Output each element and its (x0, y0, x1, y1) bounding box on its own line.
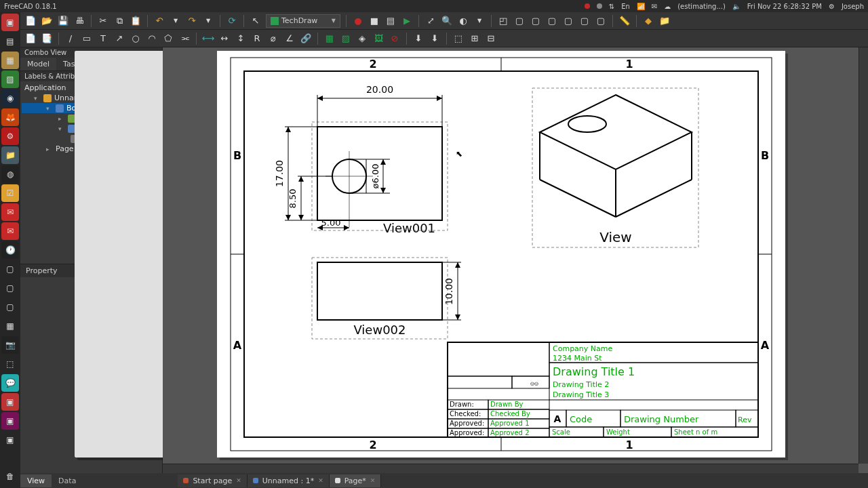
part-icon[interactable]: ◆ (642, 15, 654, 27)
view-right-icon[interactable]: ▢ (546, 15, 558, 27)
zoom-fit-icon[interactable]: ⤢ (425, 15, 437, 27)
macro-stop-icon[interactable]: ■ (368, 15, 380, 27)
view-bottom-icon[interactable]: ▢ (578, 15, 591, 27)
launcher-cam-icon[interactable]: 📷 (1, 336, 19, 354)
refresh-icon[interactable]: ⟳ (226, 15, 238, 27)
launcher-app4-icon[interactable]: ▢ (1, 298, 19, 316)
line-tool-icon[interactable]: / (64, 33, 77, 45)
launcher-firefox-icon[interactable]: 🦊 (1, 108, 19, 126)
launcher-calc-icon[interactable]: ▦ (1, 52, 19, 69)
launcher-chat-icon[interactable]: 💬 (1, 374, 19, 392)
user-name[interactable]: Joseph (842, 3, 864, 10)
poly-tool-icon[interactable]: ⬠ (162, 33, 174, 45)
launcher-steam-icon[interactable]: ◉ (1, 89, 19, 107)
group-icon[interactable]: 📁 (658, 15, 671, 27)
launcher-impress-icon[interactable]: ▧ (1, 70, 19, 88)
view-left-icon[interactable]: ▢ (595, 15, 607, 27)
newpage-icon[interactable]: 📄 (24, 33, 37, 45)
view-top-icon[interactable]: ▢ (530, 15, 542, 27)
mail-icon[interactable]: ✉ (652, 3, 657, 10)
open-icon[interactable]: 📂 (41, 15, 53, 27)
close-icon[interactable]: ✕ (370, 477, 376, 484)
techdraw-page[interactable]: 2 1 2 1 B B A A (217, 51, 785, 458)
dim-h-icon[interactable]: ↔ (218, 33, 231, 45)
launcher-clock-icon[interactable]: 🕐 (1, 241, 19, 259)
doc-tab-startpage[interactable]: Start page✕ (178, 474, 247, 487)
launcher-app2-icon[interactable]: ▢ (1, 260, 19, 278)
new-file-icon[interactable]: 📄 (24, 15, 37, 27)
view-iso-icon[interactable]: ◰ (497, 15, 509, 27)
dim-ang-icon[interactable]: ∠ (283, 33, 296, 45)
mode-data[interactable]: Data (52, 474, 83, 487)
newpage-template-icon[interactable]: 📑 (41, 33, 53, 45)
cursor-icon[interactable]: ↖ (250, 15, 262, 27)
launcher-app3-icon[interactable]: ▢ (1, 279, 19, 297)
volume-icon[interactable]: 🔈 (732, 3, 741, 10)
dim-rad-icon[interactable]: R (251, 33, 263, 45)
launcher-files-icon[interactable]: 📁 (1, 146, 19, 164)
drawstyle-menu-icon[interactable]: ▼ (473, 15, 486, 27)
text-tool-icon[interactable]: T (97, 33, 109, 45)
undo-menu-icon[interactable]: ▼ (170, 15, 182, 27)
workbench-selector[interactable]: TechDraw ▼ (266, 14, 340, 28)
dim-dia-icon[interactable]: ⌀ (267, 33, 279, 45)
macro-rec-icon[interactable]: ● (352, 15, 364, 27)
arrow-tool-icon[interactable]: ↗ (113, 33, 125, 45)
launcher-mail-icon[interactable]: ✉ (1, 203, 19, 221)
view-front-icon[interactable]: ▢ (513, 15, 526, 27)
clip-add-icon[interactable]: ⊞ (469, 33, 481, 45)
circle-tool-icon[interactable]: ○ (130, 33, 142, 45)
lang-indicator[interactable]: En (621, 3, 630, 10)
symbol-icon[interactable]: ◈ (356, 33, 368, 45)
redo-menu-icon[interactable]: ▼ (202, 15, 214, 27)
save-icon[interactable]: 💾 (57, 15, 69, 27)
rect-tool-icon[interactable]: ▭ (81, 33, 93, 45)
launcher-grey-icon[interactable]: ▣ (1, 431, 19, 449)
launcher-app-icon[interactable]: ▤ (1, 33, 19, 50)
redo-icon[interactable]: ↷ (186, 15, 198, 27)
export-dxf-icon[interactable]: ⬇ (429, 33, 441, 45)
launcher-trash-icon[interactable]: 🗑 (1, 468, 19, 485)
launcher-freecad-icon[interactable]: ▣ (1, 14, 19, 31)
link-tool-icon[interactable]: ⫘ (178, 33, 191, 45)
clip-icon[interactable]: ⬚ (452, 33, 465, 45)
launcher-todo-icon[interactable]: ☑ (1, 184, 19, 202)
launcher-purple-icon[interactable]: ▣ (1, 412, 19, 430)
tab-model[interactable]: Model (20, 58, 56, 70)
paste-icon[interactable]: 📋 (130, 15, 142, 27)
undo-icon[interactable]: ↶ (153, 15, 165, 27)
macro-run-icon[interactable]: ▶ (401, 15, 413, 27)
drawstyle-icon[interactable]: ◐ (457, 15, 469, 27)
close-icon[interactable]: ✕ (236, 477, 241, 484)
dim-len-icon[interactable]: ⟷ (202, 33, 214, 45)
launcher-red-icon[interactable]: ▣ (1, 393, 19, 411)
launcher-obs-icon[interactable]: ◍ (1, 165, 19, 183)
launcher-cube-icon[interactable]: ▦ (1, 317, 19, 335)
canvas[interactable]: 2 1 2 1 B B A A (163, 47, 868, 473)
hatch2-icon[interactable]: ▨ (340, 33, 352, 45)
zoom-select-icon[interactable]: 🔍 (441, 15, 453, 27)
tree-page[interactable]: ▸Page (22, 144, 161, 154)
launcher-term-icon[interactable]: ⬚ (1, 355, 19, 373)
export-svg-icon[interactable]: ⬇ (412, 33, 425, 45)
wifi-icon[interactable]: 📶 (637, 3, 645, 10)
cut-icon[interactable]: ✂ (97, 15, 109, 27)
toggle-icon[interactable]: ⊘ (389, 33, 401, 45)
doc-tab-unnamed[interactable]: Unnamed : 1*✕ (248, 474, 330, 487)
cloud-icon[interactable]: ☁ (664, 3, 671, 10)
arc-tool-icon[interactable]: ◠ (146, 33, 158, 45)
copy-icon[interactable]: ⧉ (113, 15, 125, 27)
clip-rem-icon[interactable]: ⊟ (485, 33, 497, 45)
launcher-mail2-icon[interactable]: ✉ (1, 222, 19, 240)
view-rear-icon[interactable]: ▢ (562, 15, 574, 27)
image-icon[interactable]: 🖼 (372, 33, 384, 45)
hatch-icon[interactable]: ▦ (323, 33, 336, 45)
scrollbar-h[interactable] (163, 464, 859, 473)
gear-icon[interactable]: ⚙ (829, 3, 835, 10)
doc-tab-page[interactable]: Page*✕ (330, 474, 382, 487)
launcher-gear-icon[interactable]: ⚙ (1, 127, 19, 145)
scrollbar-v[interactable] (859, 47, 868, 464)
mode-view[interactable]: View (20, 474, 52, 487)
dim-v-icon[interactable]: ↕ (235, 33, 247, 45)
measure-icon[interactable]: 📏 (618, 15, 631, 27)
